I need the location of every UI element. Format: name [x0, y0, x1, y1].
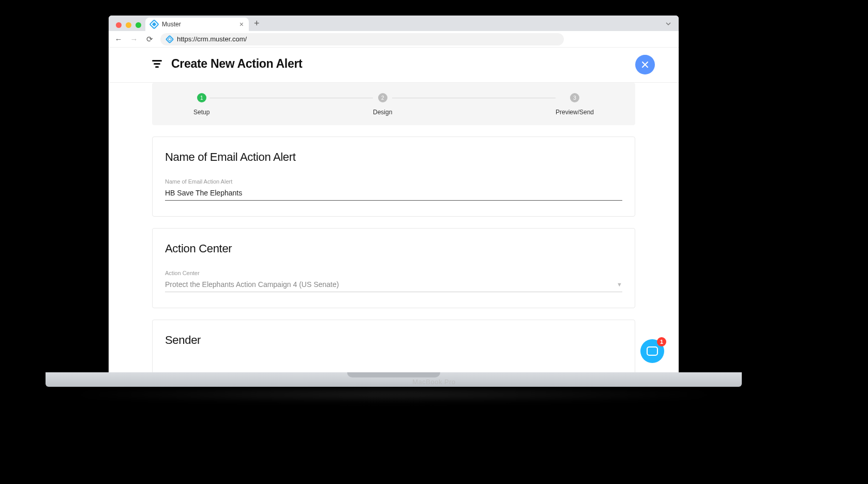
tabs-dropdown-icon[interactable] [665, 20, 675, 31]
page-content: Create New Action Alert 1 Setup 2 Design [109, 48, 679, 372]
field-label: Action Center [165, 270, 622, 276]
card-name: Name of Email Action Alert Name of Email… [152, 137, 635, 217]
address-bar[interactable]: https://crm.muster.com/ [160, 33, 564, 46]
card-heading: Action Center [165, 242, 622, 255]
step-setup[interactable]: 1 Setup [193, 93, 209, 116]
forward-button[interactable]: → [129, 35, 139, 43]
step-label: Design [373, 109, 392, 116]
maximize-window-button[interactable] [136, 22, 141, 28]
window-controls [113, 22, 145, 31]
card-sender: Sender [152, 320, 635, 372]
step-number: 1 [197, 93, 206, 102]
step-design[interactable]: 2 Design [373, 93, 392, 116]
chat-icon [647, 346, 658, 356]
card-heading: Name of Email Action Alert [165, 150, 622, 164]
laptop-shadow [62, 387, 725, 402]
tab-favicon [149, 19, 159, 29]
new-tab-button[interactable]: + [249, 18, 265, 31]
secure-icon [166, 35, 174, 43]
step-label: Preview/Send [556, 109, 594, 116]
card-heading: Sender [165, 334, 622, 347]
alert-name-input[interactable] [165, 187, 622, 201]
step-number: 3 [570, 93, 579, 102]
step-preview-send[interactable]: 3 Preview/Send [556, 93, 594, 116]
select-value: Protect the Elephants Action Campaign 4 … [165, 280, 617, 289]
close-icon [641, 61, 649, 68]
action-center-select[interactable]: Protect the Elephants Action Campaign 4 … [165, 278, 622, 292]
tab-title: Muster [162, 21, 181, 28]
card-action-center: Action Center Action Center Protect the … [152, 228, 635, 308]
chevron-down-icon: ▼ [617, 281, 622, 288]
stepper: 1 Setup 2 Design 3 Preview/Send [152, 83, 635, 125]
chat-badge: 1 [657, 337, 666, 346]
page-title: Create New Action Alert [171, 57, 302, 71]
page-header: Create New Action Alert [109, 48, 679, 83]
browser-tab[interactable]: Muster × [145, 18, 249, 31]
filter-icon[interactable] [152, 60, 162, 68]
reload-button[interactable]: ⟳ [145, 35, 154, 44]
minimize-window-button[interactable] [126, 22, 131, 28]
screen: Muster × + ← → ⟳ https://crm.muster.com/ [109, 16, 679, 372]
url-text: https://crm.muster.com/ [177, 35, 247, 43]
step-label: Setup [193, 109, 209, 116]
close-button[interactable] [635, 55, 655, 74]
browser-toolbar: ← → ⟳ https://crm.muster.com/ [109, 31, 679, 48]
step-connector [392, 98, 556, 98]
laptop-brand-label: MacBook Pro [412, 378, 456, 386]
laptop-bezel: Muster × + ← → ⟳ https://crm.muster.com/ [102, 10, 685, 372]
back-button[interactable]: ← [114, 35, 123, 43]
laptop-base [46, 372, 742, 387]
tab-close-icon[interactable]: × [240, 20, 244, 28]
step-connector [209, 98, 373, 98]
field-label: Name of Email Action Alert [165, 178, 622, 185]
close-window-button[interactable] [116, 22, 122, 28]
step-number: 2 [378, 93, 387, 102]
chat-widget[interactable]: 1 [640, 339, 664, 363]
browser-tab-strip: Muster × + [109, 16, 679, 31]
